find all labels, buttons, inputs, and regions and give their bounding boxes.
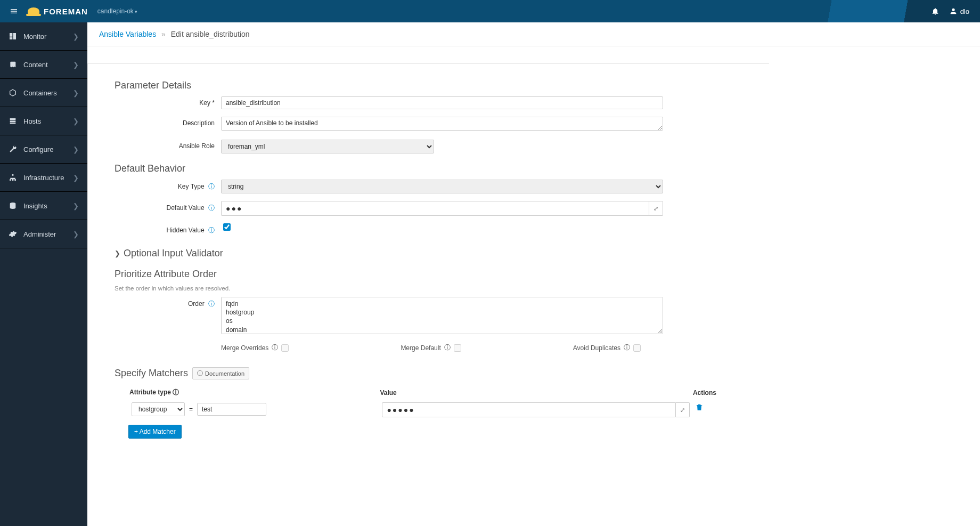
book-icon [9,60,17,69]
sidebar-item-label: Infrastructure [23,174,64,182]
breadcrumb-parent-link[interactable]: Ansible Variables [99,30,156,38]
form-content: Parameter Details Key Description Ansibl… [87,63,769,460]
label-order: Order [188,300,205,307]
help-icon[interactable]: ⓘ [208,226,215,234]
chevron-right-icon: ❯ [73,174,79,182]
wrench-icon [9,145,17,153]
label-hidden-value: Hidden Value [166,226,204,234]
help-icon[interactable]: ⓘ [208,183,215,190]
matchers-table: Attribute type ⓘ Value Actions hostgroup… [128,385,756,420]
sidebar-item-administer[interactable]: Administer ❯ [0,220,87,248]
trash-icon [695,403,704,411]
topbar: FOREMAN candlepin-ok dlo [0,0,980,22]
section-optional-validator: Optional Input Validator [124,248,223,259]
sidebar-item-insights[interactable]: Insights ❯ [0,192,87,220]
chevron-right-icon: ❯ [73,61,79,69]
notifications-button[interactable] [931,7,940,16]
optional-validator-toggle[interactable]: ❯ Optional Input Validator [115,248,742,259]
label-default-value: Default Value [167,204,205,212]
chevron-right-icon: ❯ [73,202,79,210]
database-icon [9,201,17,210]
cube-icon [9,88,17,97]
chevron-right-icon: ❯ [115,249,120,257]
section-specify-matchers: Specify Matchers [115,368,188,379]
help-icon[interactable]: ⓘ [208,300,215,307]
user-menu[interactable]: dlo [949,7,969,15]
sidebar-item-configure[interactable]: Configure ❯ [0,135,87,164]
breadcrumb-separator: » [161,30,166,38]
documentation-label: Documentation [205,370,244,377]
context-selector[interactable]: candlepin-ok [97,7,138,15]
matcher-match-input[interactable] [197,403,266,416]
default-value-input[interactable]: ●●● [221,201,649,216]
th-value: Value [380,386,692,399]
prioritize-description: Set the order in which values are resolv… [115,285,742,292]
sidebar-item-infrastructure[interactable]: Infrastructure ❯ [0,164,87,192]
section-parameter-details: Parameter Details [115,80,742,91]
chevron-right-icon: ❯ [73,89,79,97]
hamburger-menu[interactable] [0,7,28,15]
expand-button[interactable]: ⤢ [676,402,690,417]
matcher-attr-select[interactable]: hostgroup [132,402,185,416]
avoid-duplicates-checkbox[interactable] [633,344,641,352]
key-input[interactable] [221,96,663,109]
sidebar-item-content[interactable]: Content ❯ [0,51,87,79]
merge-default-checkbox[interactable] [454,344,461,352]
help-icon[interactable]: ⓘ [444,343,451,352]
chevron-right-icon: ❯ [73,117,79,125]
description-input[interactable] [221,117,663,131]
sidebar-item-containers[interactable]: Containers ❯ [0,79,87,107]
expand-button[interactable]: ⤢ [649,201,663,216]
matcher-value-input[interactable]: ●●●●● [382,402,676,417]
help-icon[interactable]: ⓘ [208,204,215,212]
brand-text: FOREMAN [44,7,88,16]
delete-matcher-button[interactable] [695,402,704,411]
help-icon[interactable]: ⓘ [624,343,630,352]
sidebar-item-monitor[interactable]: Monitor ❯ [0,22,87,51]
label-key-type: Key Type [178,183,205,190]
order-textarea[interactable] [221,297,663,334]
info-icon: ⓘ [197,369,203,377]
sidebar-item-label: Configure [23,145,53,153]
user-name: dlo [960,7,969,15]
server-icon [9,117,17,125]
key-type-select[interactable]: string [221,180,663,193]
th-attribute-type: Attribute type [129,389,171,396]
hidden-value-checkbox[interactable] [223,223,231,231]
label-avoid-duplicates: Avoid Duplicates [573,344,620,352]
gear-icon [9,230,17,238]
equals-sign: = [187,406,195,413]
bell-icon [931,7,940,15]
section-default-behavior: Default Behavior [115,163,742,174]
matcher-row: hostgroup = ●●●●● ⤢ [129,400,755,419]
sidebar-item-label: Monitor [23,33,46,41]
th-actions: Actions [693,386,755,399]
sitemap-icon [9,173,17,182]
sidebar-item-label: Insights [23,202,47,210]
chevron-right-icon: ❯ [73,230,79,238]
sidebar-item-label: Containers [23,89,57,97]
hamburger-icon [10,7,18,15]
breadcrumb: Ansible Variables » Edit ansible_distrib… [87,22,980,46]
main: Ansible Variables » Edit ansible_distrib… [87,22,980,460]
help-icon[interactable]: ⓘ [272,343,278,352]
sidebar-item-label: Administer [23,230,56,238]
sidebar-item-label: Content [23,61,48,69]
user-icon [949,7,958,15]
merge-overrides-checkbox[interactable] [281,344,289,352]
ansible-role-select[interactable]: foreman_yml [221,140,434,153]
label-key: Key [199,99,215,107]
label-ansible-role: Ansible Role [179,142,215,150]
chevron-right-icon: ❯ [73,145,79,153]
helmet-icon [28,7,39,15]
add-matcher-button[interactable]: + Add Matcher [128,425,182,439]
brand[interactable]: FOREMAN [28,7,88,16]
label-merge-overrides: Merge Overrides [221,344,268,352]
section-prioritize: Prioritize Attribute Order [115,269,742,280]
label-merge-default: Merge Default [401,344,440,352]
dashboard-icon [9,32,17,41]
documentation-button[interactable]: ⓘ Documentation [192,367,249,379]
sidebar-item-hosts[interactable]: Hosts ❯ [0,107,87,135]
help-icon[interactable]: ⓘ [173,389,179,396]
chevron-right-icon: ❯ [73,33,79,41]
